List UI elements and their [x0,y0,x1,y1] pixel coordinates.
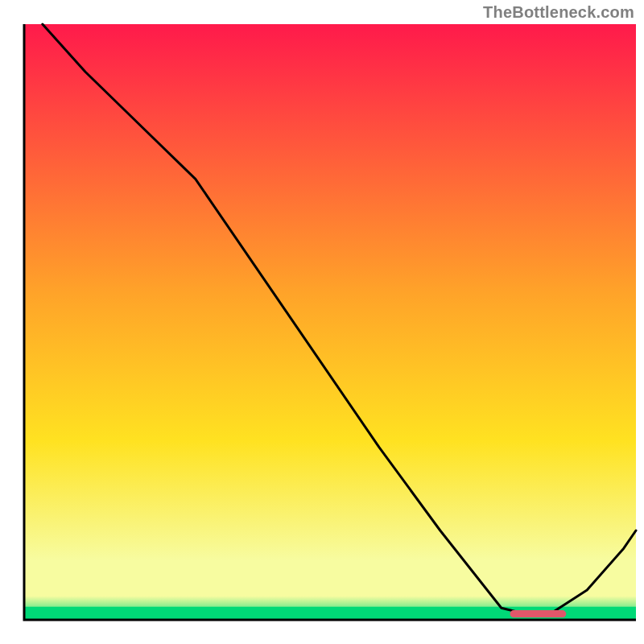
bottleneck-chart [0,0,644,644]
attribution-text: TheBottleneck.com [483,3,634,22]
plot-background [24,24,636,620]
